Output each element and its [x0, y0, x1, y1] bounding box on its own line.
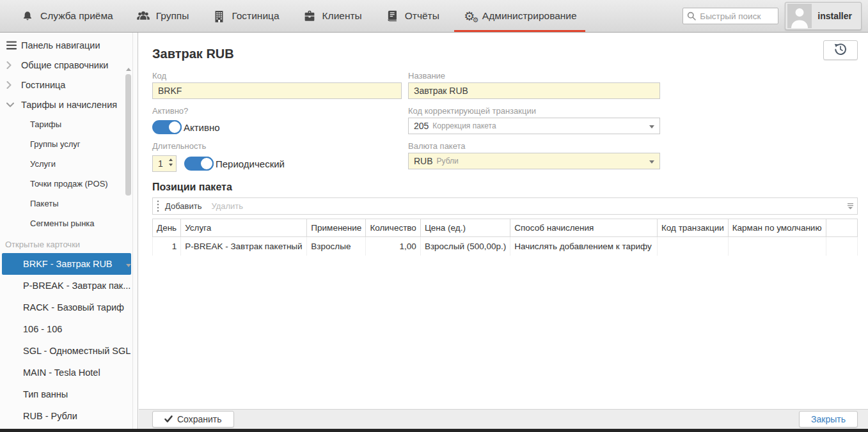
add-button[interactable]: Добавить	[165, 201, 201, 211]
table-cell: Взрослый (500,00р.)	[420, 237, 510, 256]
gears-icon: ⚙⚙	[462, 10, 477, 22]
stepper-arrows[interactable]	[169, 158, 173, 166]
table-cell: P-BREAK - Завтрак пакетный	[181, 237, 307, 256]
sidebar-item-label: Группы услуг	[30, 139, 81, 149]
search-icon	[687, 12, 696, 23]
page-title: Завтрак RUB	[152, 47, 234, 61]
remove-button[interactable]: Удалить	[211, 201, 243, 211]
open-card-item[interactable]: SGL - Одноместный SGL	[0, 340, 138, 362]
drag-handle-icon[interactable]	[157, 200, 159, 213]
sidebar-item[interactable]: Услуги	[0, 154, 138, 174]
column-header[interactable]: Код транзакции	[657, 219, 728, 237]
table-row[interactable]: 1P-BREAK - Завтрак пакетныйВзрослые1,00В…	[153, 237, 858, 256]
currency-label: Валюта пакета	[408, 141, 660, 151]
history-button[interactable]	[823, 40, 858, 60]
tab-label: Служба приёма	[40, 10, 113, 22]
tab-label: Группы	[156, 10, 189, 22]
tab-label: Клиенты	[322, 10, 362, 22]
tab-reception[interactable]: Служба приёма	[9, 0, 125, 32]
sidebar-item[interactable]: Группы услуг	[0, 134, 138, 154]
top-navigation-bar: Служба приёмаГруппыГостиницаКлиентыОтчёт…	[0, 0, 868, 33]
sidebar-item[interactable]: Сегменты рынка	[0, 213, 138, 233]
open-card-item[interactable]: BRKF - Завтрак RUB	[2, 253, 131, 275]
open-card-item[interactable]: 106 - 106	[0, 318, 138, 340]
tab-groups[interactable]: Группы	[125, 0, 201, 32]
toggle-knob	[168, 120, 182, 134]
users-icon	[136, 10, 150, 22]
chevron-right-icon	[6, 81, 21, 89]
chevron-down-icon	[649, 125, 654, 128]
step-up-icon[interactable]	[169, 158, 173, 161]
navigation-tree: Панель навигацииОбщие справочникиГостини…	[0, 33, 138, 233]
topbar-right: installer	[683, 0, 868, 32]
column-header[interactable]: Применение	[307, 219, 366, 237]
building-icon	[212, 10, 226, 22]
open-card-item[interactable]: P-BREAK - Завтрак пак...	[0, 275, 138, 297]
currency-select[interactable]: RUB Рубли	[408, 153, 660, 169]
sidebar-item[interactable]: Тарифы и начисления	[0, 95, 138, 114]
code-field[interactable]	[152, 82, 402, 99]
correction-code-label: Код корректирующей транзакции	[408, 106, 660, 116]
duration-value: 1	[158, 158, 163, 169]
sidebar-item[interactable]: Пакеты	[0, 194, 138, 213]
sidebar-item-label: Общие справочники	[21, 60, 108, 70]
column-header[interactable]: Способ начисления	[510, 219, 658, 237]
open-card-item[interactable]: MAIN - Tesla Hotel	[0, 362, 138, 383]
open-card-item[interactable]: RUB - Рубли	[0, 405, 138, 427]
active-toggle[interactable]	[152, 120, 182, 134]
column-header[interactable]: День	[153, 219, 181, 237]
table-cell: Начислять добавлением к тарифу	[510, 237, 658, 256]
sidebar-item-label: Панель навигации	[21, 40, 100, 50]
sidebar-item-label: Точки продаж (POS)	[30, 179, 108, 189]
toolbar-overflow-icon[interactable]	[847, 203, 854, 210]
sidebar-item[interactable]: Тарифы	[0, 114, 138, 134]
save-button[interactable]: Сохранить	[152, 411, 234, 428]
duration-stepper[interactable]: 1	[152, 155, 177, 172]
close-button[interactable]: Закрыть	[799, 411, 858, 428]
avatar	[787, 4, 812, 28]
briefcase-icon	[303, 10, 317, 22]
active-label: Активно?	[152, 106, 402, 116]
tab-clients[interactable]: Клиенты	[291, 0, 374, 32]
package-form: Код Название Активно? Активно Код корр	[152, 64, 858, 172]
column-header[interactable]: Карман по умолчанию	[728, 219, 826, 237]
step-down-icon[interactable]	[169, 164, 173, 166]
column-header[interactable]: Услуга	[181, 219, 307, 237]
tab-administration[interactable]: ⚙⚙Администрирование	[451, 0, 588, 32]
correction-code-desc: Коррекция пакета	[432, 121, 496, 130]
sidebar-item[interactable]: Гостиница	[0, 75, 138, 95]
save-button-label: Сохранить	[177, 414, 222, 424]
sidebar-item-label: Пакеты	[30, 199, 59, 208]
hamburger-icon	[6, 41, 21, 50]
sidebar-item[interactable]: Точки продаж (POS)	[0, 174, 138, 194]
open-card-item[interactable]: RACK - Базовый тариф	[0, 297, 138, 318]
tab-reports[interactable]: Отчёты	[374, 0, 451, 32]
bottom-edge	[0, 429, 868, 432]
tab-hotel[interactable]: Гостиница	[200, 0, 290, 32]
periodic-toggle-label: Периодический	[216, 158, 285, 169]
open-card-item[interactable]: Тип ванны	[0, 383, 138, 405]
sidebar-item-label: Гостиница	[21, 80, 65, 90]
main-menu-tabs: Служба приёмаГруппыГостиницаКлиентыОтчёт…	[9, 0, 588, 32]
user-menu-button[interactable]: installer	[785, 2, 862, 30]
column-header[interactable]	[826, 219, 857, 237]
correction-code-select[interactable]: 205 Коррекция пакета	[408, 118, 660, 134]
username-label: installer	[817, 11, 852, 21]
chevron-right-icon	[6, 61, 21, 69]
sidebar-item[interactable]: Панель навигации	[0, 35, 138, 55]
correction-code-value: 205	[414, 121, 429, 131]
table-cell	[657, 237, 728, 256]
column-header[interactable]: Цена (ед.)	[420, 219, 510, 237]
scroll-down-icon[interactable]	[126, 264, 131, 267]
check-icon	[164, 414, 173, 424]
main-content: Завтрак RUB Код	[139, 33, 868, 429]
scrollbar-thumb[interactable]	[125, 74, 131, 196]
column-header[interactable]: Количество	[366, 219, 421, 237]
code-label: Код	[152, 71, 402, 81]
search-input[interactable]	[683, 8, 778, 24]
scroll-up-icon[interactable]	[126, 68, 131, 71]
sidebar-item[interactable]: Общие справочники	[0, 55, 138, 75]
name-field[interactable]	[408, 82, 660, 99]
periodic-toggle[interactable]	[184, 157, 214, 171]
sidebar-scrollbar[interactable]	[125, 68, 132, 267]
